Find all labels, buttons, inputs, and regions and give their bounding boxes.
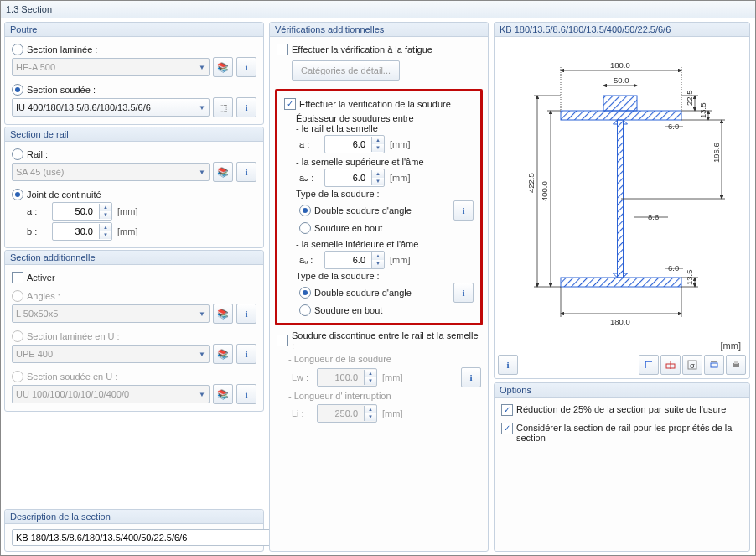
svg-marker-8 <box>624 273 628 278</box>
li-label: Li : <box>292 408 312 418</box>
info-icon[interactable]: i <box>461 367 481 387</box>
bot-flange-web-label: - la semelle inférieure et l'âme <box>296 239 474 249</box>
library-icon[interactable]: 📚 <box>213 57 233 77</box>
panel-options: Options Réduction de 25% de la section p… <box>494 382 750 552</box>
panel-rail-header: Section de rail <box>5 127 263 142</box>
title-bar: 1.3 Section <box>1 1 755 18</box>
u-rolled-label: Section laminée en U : <box>27 331 120 341</box>
weld-ao-label: aₒ : <box>299 173 319 184</box>
panel-description: Description de la section <box>4 509 264 552</box>
weld-ao-input[interactable] <box>325 172 367 184</box>
tool-dimensions-icon[interactable] <box>704 355 724 375</box>
radio-double-fillet-bot[interactable] <box>299 287 311 299</box>
info-icon[interactable]: i <box>236 57 256 77</box>
info-icon[interactable]: i <box>236 162 256 182</box>
lw-label: Lw : <box>292 372 312 382</box>
radio-rail[interactable] <box>12 148 23 160</box>
svg-text:50.0: 50.0 <box>614 75 629 85</box>
a-spinner[interactable]: ▲▼ <box>52 202 112 221</box>
tool-stress-icon[interactable]: σ <box>682 355 702 375</box>
u-welded-dropdown: UU 100/100/10/10/10/400/0▼ <box>12 385 210 403</box>
check-activate[interactable] <box>12 272 23 283</box>
weld-ao-spinner[interactable]: ▲▼ <box>324 169 385 187</box>
check-weld-verif[interactable] <box>284 98 296 110</box>
radio-welded-section[interactable] <box>12 84 23 96</box>
info-icon[interactable]: i <box>453 283 474 303</box>
info-icon[interactable]: i <box>453 200 474 221</box>
radio-butt-top[interactable] <box>299 222 311 234</box>
svg-text:13.5: 13.5 <box>685 270 694 286</box>
svg-text:6.0: 6.0 <box>668 263 679 273</box>
check-reduction[interactable] <box>501 404 513 416</box>
svg-rect-50 <box>711 363 717 367</box>
fatigue-categories-button: Catégories de détail... <box>292 60 400 81</box>
check-consider-rail[interactable] <box>501 423 513 434</box>
radio-u-rolled <box>12 330 23 342</box>
svg-text:196.6: 196.6 <box>712 143 721 163</box>
activate-label: Activer <box>27 273 55 283</box>
b-input[interactable] <box>53 226 95 237</box>
svg-text:6.0: 6.0 <box>668 122 679 131</box>
check-discontinuous[interactable] <box>277 335 288 346</box>
unit-mm: [mm] <box>117 206 137 216</box>
li-header: - Longueur d' interruption <box>288 391 481 401</box>
tool-values-icon[interactable] <box>660 355 681 375</box>
weld-verification-highlight: Effectuer la vérification de la soudure … <box>275 89 483 325</box>
u-rolled-dropdown: UPE 400▼ <box>12 345 210 363</box>
svg-text:22.5: 22.5 <box>685 91 694 107</box>
edit-section-icon[interactable]: ⬚ <box>213 97 233 117</box>
welded-section-dropdown[interactable]: IU 400/180/13.5/8.6/180/13.5/6/6▼ <box>12 98 210 117</box>
weld-a-input[interactable] <box>325 138 367 150</box>
radio-double-fillet-top[interactable] <box>299 205 311 216</box>
library-icon: 📚 <box>213 384 233 404</box>
svg-text:400.0: 400.0 <box>540 181 549 201</box>
info-icon[interactable]: i <box>498 355 518 375</box>
rail-flange-label: - le rail et la semelle <box>296 123 474 133</box>
library-icon[interactable]: 📚 <box>213 162 233 182</box>
info-icon: i <box>236 344 256 364</box>
weld-au-spinner[interactable]: ▲▼ <box>324 251 385 269</box>
svg-text:180.0: 180.0 <box>610 317 630 326</box>
panel-options-header: Options <box>495 383 749 398</box>
panel-verif-header: Vérifications additionnelles <box>270 23 488 37</box>
li-spinner: ▲▼ <box>317 404 377 423</box>
weld-au-label: aᵤ : <box>299 255 319 266</box>
weld-verif-label: Effectuer la vérification de la soudure <box>299 99 451 109</box>
svg-rect-2 <box>561 111 681 120</box>
lw-input <box>318 372 360 383</box>
radio-rolled-section[interactable] <box>12 44 23 55</box>
window-title: 1.3 Section <box>6 4 52 14</box>
weld-type-label-1: Type de la soudure : <box>296 189 474 199</box>
radio-joint[interactable] <box>12 189 23 200</box>
check-fatigue[interactable] <box>277 44 288 55</box>
weld-au-input[interactable] <box>325 254 367 266</box>
svg-rect-53 <box>734 361 738 364</box>
preview-panel: KB 180/13.5/8.6/180/13.5/400/50/22.5/6/6 <box>494 22 750 379</box>
tool-print-icon[interactable] <box>726 355 746 375</box>
rolled-section-dropdown: HE-A 500▼ <box>12 58 210 76</box>
consider-label: Considérer la section de rail pour les p… <box>516 423 734 443</box>
panel-additional-header: Section additionnelle <box>5 251 263 265</box>
a-input[interactable] <box>53 205 95 217</box>
b-spinner[interactable]: ▲▼ <box>52 222 112 241</box>
fatigue-label: Effectuer la vérification à la fatigue <box>292 44 432 55</box>
panel-rail: Section de rail Rail : SA 45 (usé)▼ 📚 i … <box>4 127 264 248</box>
svg-marker-6 <box>624 120 628 124</box>
radio-butt-bot[interactable] <box>299 304 311 316</box>
weld-type-label-2: Type de la soudure : <box>296 271 474 281</box>
svg-text:422.5: 422.5 <box>526 173 536 193</box>
lw-spinner: ▲▼ <box>317 368 377 387</box>
panel-verifications: Vérifications additionnelles Effectuer l… <box>269 22 489 552</box>
info-icon: i <box>236 304 256 324</box>
tool-axis-icon[interactable] <box>639 355 659 375</box>
info-icon[interactable]: i <box>236 97 256 117</box>
thickness-header: Épaisseur de soudures entre <box>296 113 474 123</box>
lw-header: - Longueur de la soudure <box>288 354 481 364</box>
section-diagram: 180.0 50.0 180.0 422.5 400.0 22.5 13.5 1… <box>500 37 743 339</box>
svg-text:8.6: 8.6 <box>648 212 659 221</box>
b-label: b : <box>27 226 47 236</box>
weld-a-spinner[interactable]: ▲▼ <box>324 135 385 153</box>
panel-description-header: Description de la section <box>5 510 263 524</box>
panel-poutre: Poutre Section laminée : HE-A 500▼ 📚 i S… <box>4 22 264 125</box>
panel-additional: Section additionnelle Activer Angles : L… <box>4 250 264 412</box>
